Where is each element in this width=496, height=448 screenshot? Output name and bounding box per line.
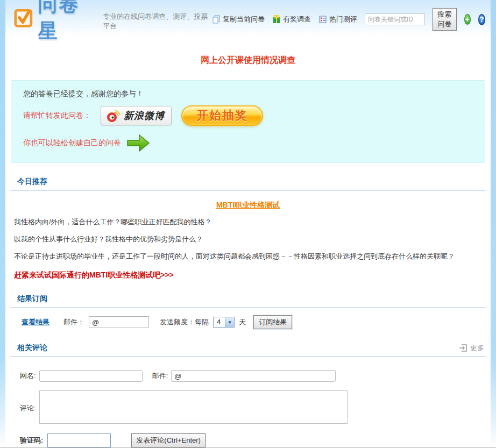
checkbox-logo-icon — [14, 7, 34, 29]
submitted-message: 您的答卷已经提交，感谢您的参与！ — [23, 89, 474, 99]
site-header: 问卷星 ★ 专业的在线问卷调查、测评、投票平台 复制当前问卷 — [5, 0, 491, 35]
comment-email-label: 邮件: — [152, 371, 168, 381]
logo[interactable]: 问卷星 ★ — [14, 0, 95, 44]
mbti-test-link[interactable]: MBTI职业性格测试 — [216, 201, 280, 209]
hot-review-icon — [318, 15, 327, 24]
frequency-value: 4 — [214, 317, 225, 327]
comments-section-title: 相关评论 — [17, 343, 47, 353]
nav-copy-survey[interactable]: 复制当前问卷 — [212, 15, 265, 24]
days-label: 天 — [239, 317, 246, 327]
comment-textarea[interactable] — [39, 390, 348, 424]
share-prompt: 请帮忙转发此问卷： — [23, 111, 91, 120]
captcha-input[interactable] — [47, 433, 111, 447]
chevron-down-icon[interactable]: ▼ — [225, 317, 234, 327]
today-section: 今日推荐 MBTI职业性格测试 我性格内向/外向，适合什么工作？哪些职业正好匹配… — [10, 177, 486, 280]
start-lottery-button[interactable]: 开始抽奖 — [181, 105, 263, 126]
help-icon[interactable]: ? — [478, 14, 485, 25]
search-button[interactable]: 搜索问卷 — [433, 8, 457, 31]
today-paragraph: 以我的个性从事什么行业好？我性格中的优势和劣势是什么？ — [14, 234, 486, 245]
comment-email-input[interactable] — [171, 370, 336, 382]
content-frame: 问卷星 ★ 专业的在线问卷调查、测评、投票平台 复制当前问卷 — [5, 0, 491, 447]
today-paragraph: 不论是正待走进职场的毕业生，还是工作了一段时间的人，面对这类问题都会感到困惑－－… — [14, 251, 486, 262]
nickname-input[interactable] — [39, 370, 143, 382]
page-background: 问卷星 ★ 专业的在线问卷调查、测评、投票平台 复制当前问卷 — [0, 0, 496, 447]
add-survey-icon[interactable]: + — [464, 14, 471, 25]
subscribe-button[interactable]: 订阅结果 — [253, 315, 292, 329]
nickname-label: 网名: — [20, 371, 36, 381]
nav-label: 热门测评 — [329, 15, 357, 24]
captcha-label: 验证码: — [20, 436, 43, 445]
weibo-share-button[interactable]: 新浪微博 — [101, 106, 172, 125]
view-results-link[interactable]: 查看结果 — [22, 317, 49, 327]
today-section-title: 今日推荐 — [17, 177, 47, 187]
subscribe-section: 结果订阅 查看结果 邮件： 发送频度：每隔 4 ▼ 天 订阅结果 — [10, 294, 486, 329]
more-comments-link[interactable]: 更多 — [459, 343, 484, 353]
gift-icon — [272, 15, 281, 24]
site-tagline: 专业的在线问卷调查、测评、投票平台 — [103, 12, 212, 31]
subscribe-email-label: 邮件： — [63, 317, 84, 327]
frequency-label: 发送频度：每隔 — [160, 317, 209, 327]
nav-label: 复制当前问卷 — [223, 15, 265, 24]
header-nav: 复制当前问卷 有奖调查 — [212, 8, 485, 31]
nav-hot-tests[interactable]: 热门测评 — [318, 15, 357, 24]
page-title: 网上公开课使用情况调查 — [10, 55, 486, 66]
weibo-label: 新浪微博 — [124, 109, 165, 122]
comments-section: 相关评论 更多 网名: 邮件: — [10, 343, 486, 447]
subscribe-section-title: 结果订阅 — [17, 294, 47, 304]
subscribe-email-input[interactable] — [89, 316, 149, 328]
submission-notice-box: 您的答卷已经提交，感谢您的参与！ 请帮忙转发此问卷： 新浪微博 开始抽奖 — [11, 80, 485, 163]
nav-prize-survey[interactable]: 有奖调查 — [272, 15, 311, 24]
create-survey-prompt: 你也可以轻松创建自己的问卷 — [23, 138, 121, 148]
logo-text[interactable]: 问卷星 — [38, 0, 96, 44]
frequency-select[interactable]: 4 ▼ — [213, 317, 235, 328]
main-content: 网上公开课使用情况调查 您的答卷已经提交，感谢您的参与！ 请帮忙转发此问卷： 新… — [5, 35, 491, 447]
mbti-cta-link[interactable]: 赶紧来试试国际通行的MBTI职业性格测试吧>>> — [14, 271, 486, 280]
search-input[interactable] — [365, 13, 425, 25]
weibo-icon — [105, 108, 121, 123]
submit-comment-button[interactable]: 发表评论(Ctrl+Enter) — [131, 433, 206, 447]
enter-arrow-icon — [459, 344, 467, 352]
nav-label: 有奖调查 — [283, 15, 311, 24]
green-arrow-icon[interactable] — [126, 133, 150, 153]
comment-label: 评论: — [20, 403, 36, 413]
more-label: 更多 — [470, 343, 484, 353]
today-paragraph: 我性格内向/外向，适合什么工作？哪些职业正好匹配我的性格？ — [14, 217, 486, 227]
copy-icon — [212, 15, 221, 24]
